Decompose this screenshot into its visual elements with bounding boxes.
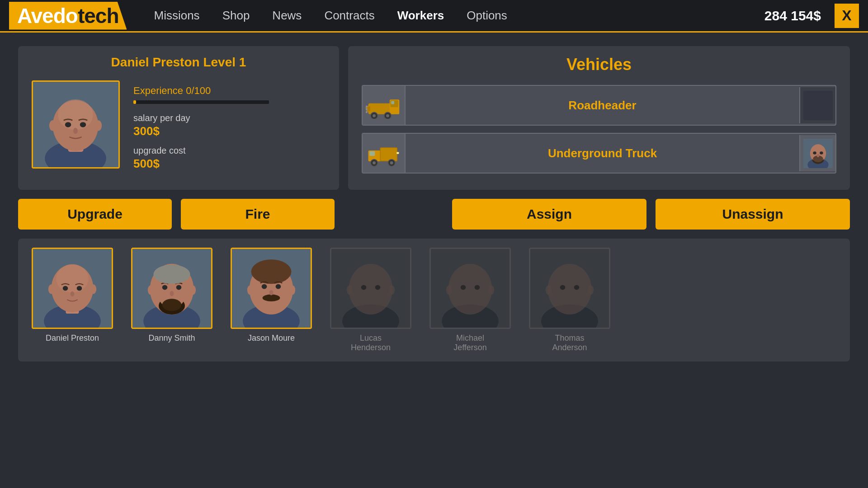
svg-point-63 [170, 291, 174, 296]
assign-button[interactable]: Assign [452, 199, 646, 230]
svg-rect-33 [396, 152, 399, 154]
worker-info: Experience 0/100 salary per day 300$ upg… [32, 80, 326, 178]
svg-point-83 [347, 285, 353, 295]
nav-contracts[interactable]: Contracts [324, 9, 374, 23]
svg-rect-20 [366, 111, 368, 113]
svg-point-4 [58, 99, 93, 130]
worker-card-jason[interactable]: Jason Moure [231, 248, 312, 352]
svg-point-75 [269, 290, 274, 296]
salary-label: salary per day [133, 113, 326, 123]
nav-options[interactable]: Options [467, 9, 507, 23]
salary-value: 300$ [133, 124, 326, 138]
exp-label: Experience 0/100 [133, 85, 326, 97]
worker-card-lucas[interactable]: LucasHenderson [330, 248, 411, 352]
svg-point-77 [289, 285, 296, 295]
nav-shop[interactable]: Shop [222, 9, 250, 23]
nav-workers[interactable]: Workers [397, 9, 444, 23]
logo: Avedotech [9, 2, 127, 30]
svg-point-41 [813, 151, 816, 155]
daniel-portrait-svg [33, 249, 112, 328]
unassign-button[interactable]: Unassign [656, 199, 850, 230]
empty-slot-icon [803, 91, 833, 120]
lucas-portrait-svg [331, 249, 410, 328]
logo-text: Avedotech [17, 4, 118, 28]
svg-point-84 [389, 285, 395, 295]
worker-card-thomas[interactable]: ThomasAnderson [529, 248, 610, 352]
svg-point-64 [148, 285, 154, 295]
roadheader-name: Roadheader [406, 99, 799, 113]
worker-stats: Experience 0/100 salary per day 300$ upg… [133, 80, 326, 178]
nav-missions[interactable]: Missions [154, 9, 199, 23]
svg-point-71 [263, 295, 280, 301]
svg-point-60 [162, 299, 182, 311]
svg-point-6 [80, 122, 86, 127]
svg-point-97 [546, 285, 552, 295]
assigned-worker-icon [803, 139, 833, 168]
roadheader-icon [363, 85, 406, 126]
svg-rect-23 [803, 91, 833, 120]
worker-card-michael[interactable]: MichaelJefferson [429, 248, 511, 352]
svg-point-15 [386, 114, 389, 117]
worker-card-portrait-lucas [330, 248, 411, 329]
worker-card-daniel[interactable]: Daniel Preston [32, 248, 113, 352]
svg-point-98 [588, 285, 594, 295]
svg-point-42 [820, 151, 823, 155]
svg-point-88 [461, 285, 466, 290]
svg-point-90 [446, 285, 453, 295]
svg-point-76 [247, 285, 254, 295]
worker-card-portrait-jason [231, 248, 312, 329]
exp-bar-fill [133, 100, 136, 104]
balance-display: 284 154$ [764, 8, 821, 23]
worker-card-portrait-daniel [32, 248, 113, 329]
svg-point-89 [475, 285, 480, 290]
upgrade-cost-label: upgrade cost [133, 145, 326, 156]
svg-point-62 [176, 285, 182, 290]
close-button[interactable]: X [835, 4, 859, 28]
exp-bar-background [133, 100, 269, 104]
svg-point-9 [95, 120, 102, 131]
svg-point-87 [448, 264, 492, 314]
truck-worker-slot [799, 135, 835, 171]
truck-icon [363, 133, 406, 174]
vehicles-title: Vehicles [362, 55, 836, 74]
worker-title: Daniel Preston Level 1 [32, 55, 326, 70]
worker-card-name-danny: Danny Smith [148, 333, 195, 343]
topbar: Avedotech Missions Shop News Contracts W… [0, 0, 868, 33]
svg-point-82 [375, 285, 381, 290]
svg-point-80 [349, 264, 393, 314]
svg-point-51 [71, 291, 75, 297]
svg-point-7 [73, 128, 78, 134]
worker-portrait-svg [33, 82, 118, 167]
upgrade-cost-value: 500$ [133, 157, 326, 171]
vehicle-row-roadheader[interactable]: Roadheader [362, 85, 836, 126]
thomas-portrait-svg [530, 249, 609, 328]
svg-point-43 [816, 154, 819, 157]
svg-point-5 [65, 122, 71, 127]
worker-portrait [32, 80, 120, 169]
main-content: Daniel Preston Level 1 [0, 33, 868, 190]
worker-card-portrait-danny [131, 248, 212, 329]
svg-point-96 [574, 285, 580, 290]
svg-rect-18 [366, 106, 368, 108]
worker-card-name-michael: MichaelJefferson [453, 333, 487, 352]
fire-button[interactable]: Fire [181, 199, 335, 230]
svg-rect-32 [369, 151, 375, 156]
worker-card-danny[interactable]: Danny Smith [131, 248, 212, 352]
svg-point-94 [548, 264, 592, 314]
svg-point-65 [190, 285, 196, 295]
svg-point-8 [49, 120, 57, 131]
svg-point-48 [56, 265, 89, 293]
vehicle-row-underground-truck[interactable]: Underground Truck [362, 133, 836, 174]
svg-point-72 [251, 259, 292, 284]
svg-point-52 [48, 284, 55, 294]
action-buttons: Upgrade Fire Assign Unassign [0, 190, 868, 239]
nav-news[interactable]: News [272, 9, 302, 23]
svg-rect-19 [366, 108, 368, 110]
roadheader-worker-slot [799, 87, 835, 123]
michael-portrait-svg [431, 249, 509, 328]
upgrade-button[interactable]: Upgrade [18, 199, 172, 230]
worker-card-name-thomas: ThomasAnderson [552, 333, 587, 352]
svg-point-61 [162, 285, 168, 290]
truck-svg [366, 140, 402, 167]
worker-card-name-jason: Jason Moure [248, 333, 295, 343]
